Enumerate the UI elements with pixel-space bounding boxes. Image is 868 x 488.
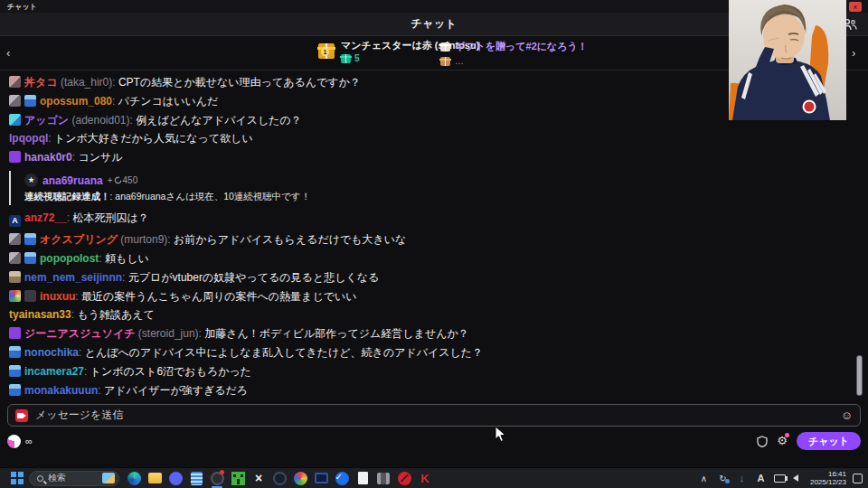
message-input[interactable]: メッセージを送信 ☺	[7, 404, 861, 427]
chat-username[interactable]: opossum_080	[40, 95, 112, 108]
watch-streak-card: ★ ana69ruana + 450 連続視聴記録達成！: ana69ruana…	[9, 171, 846, 205]
chat-username[interactable]: ジーニアスジュソイチ	[24, 327, 136, 340]
webcam-overlay	[729, 0, 846, 120]
emote-icon[interactable]: ☺	[841, 409, 853, 422]
window-title: チャット	[7, 2, 37, 12]
taskbar-search[interactable]: 検索	[29, 471, 119, 486]
pix-badge-icon[interactable]	[9, 290, 21, 302]
chat-message-list[interactable]: 丼タコ (taka_hir0): CPTの結果とか載せない理由ってあるんですか？…	[0, 74, 855, 401]
purple-badge-icon[interactable]	[9, 327, 21, 339]
chat-username[interactable]: incamera27	[24, 365, 84, 378]
chat-colon: :	[48, 133, 54, 145]
chat-text: 元プロがvtuberの奴隷やってるの見ると悲しくなる	[128, 271, 380, 284]
blue-badge-icon[interactable]	[24, 95, 36, 107]
xapp-icon[interactable]: ×	[251, 471, 266, 485]
chat-username[interactable]: nonochika	[24, 346, 79, 359]
a-badge-icon[interactable]: A	[9, 215, 21, 227]
noentry-icon[interactable]	[397, 471, 411, 485]
docapp-icon[interactable]	[355, 471, 370, 485]
taskbar-clock[interactable]: 16:41 2025/12/23	[805, 470, 846, 486]
creeper-icon[interactable]	[231, 471, 245, 485]
grayapp-icon[interactable]	[376, 471, 391, 485]
chat-username[interactable]: anz72__	[24, 212, 67, 224]
steam-icon[interactable]	[272, 471, 287, 485]
search-icon	[37, 475, 43, 482]
chat-username[interactable]: アッゴン	[24, 114, 69, 127]
notepad-icon[interactable]	[189, 471, 203, 485]
sub-badge-icon[interactable]	[9, 233, 21, 245]
discord-icon[interactable]	[168, 471, 183, 485]
search-label: 検索	[48, 472, 98, 484]
badge-list	[9, 346, 24, 359]
refresh-icon	[114, 176, 122, 184]
gift-cta-sub: …	[455, 56, 464, 66]
chat-username[interactable]: inuxuu	[40, 290, 75, 303]
chat-message: incamera27: トンボのスト6沼でおもろかった	[9, 365, 846, 378]
chat-username[interactable]: popopolost	[40, 252, 99, 265]
screen: チャット x チャット ‹ 1 マンチェスターは赤 (s4ntosu) 5	[0, 0, 868, 488]
colorwheel-icon[interactable]	[293, 471, 307, 485]
badge-list	[9, 327, 24, 340]
chat-colon: :	[122, 271, 128, 284]
kapp-icon[interactable]: K	[418, 471, 432, 485]
blue-badge-icon[interactable]	[9, 384, 21, 396]
chat-username[interactable]: monakakuuun	[24, 384, 98, 397]
tan-badge-icon[interactable]	[9, 271, 21, 283]
badge-list: A	[9, 212, 24, 224]
messages-before: 丼タコ (taka_hir0): CPTの結果とか載せない理由ってあるんですか？…	[9, 76, 846, 164]
badge-list	[9, 271, 24, 284]
chat-text: トンボ大好きだから人気になって欲しい	[54, 133, 253, 145]
chat-username[interactable]: 丼タコ	[24, 76, 58, 89]
chat-text: 例えばどんなアドバイスしたの？	[136, 114, 302, 127]
blue-badge-icon[interactable]	[9, 346, 21, 358]
shield-icon[interactable]	[757, 436, 768, 447]
sub-badge-icon[interactable]	[9, 95, 21, 107]
tray-date: 2025/12/23	[805, 478, 846, 486]
chat-message: アッゴン (adenoid01): 例えばどんなアドバイスしたの？	[9, 114, 846, 127]
chat-username[interactable]: nem_nem_seijinnn	[24, 271, 122, 284]
stream-icon[interactable]	[210, 471, 224, 485]
speaker-icon[interactable]	[793, 474, 798, 482]
blue-badge-icon[interactable]	[24, 233, 36, 245]
chat-message: nonochika: とんぼへのアドバイス中によしなま乱入してきたけど、続きのア…	[9, 346, 846, 359]
blue-badge-icon[interactable]	[9, 365, 21, 377]
chat-colon: :	[167, 233, 174, 246]
chat-username[interactable]: オクスプリング	[40, 233, 118, 246]
gift-icon: 1	[318, 43, 335, 59]
checkapp-icon[interactable]: ✓	[335, 471, 349, 485]
notification-center-icon[interactable]	[853, 474, 863, 483]
chat-send-button[interactable]: チャット	[797, 432, 861, 450]
gear-icon[interactable]: ⚙	[777, 435, 788, 447]
channel-points-button[interactable]: ∞	[7, 435, 33, 448]
chat-username[interactable]: tyainasan33	[9, 309, 71, 321]
start-button-icon[interactable]	[11, 472, 24, 484]
ime-icon[interactable]: A	[755, 472, 767, 484]
gem-badge-icon[interactable]	[9, 114, 21, 126]
chat-message: hanak0r0: コンサル	[9, 151, 846, 164]
chat-scrollbar[interactable]	[856, 355, 863, 396]
dark-badge-icon[interactable]	[24, 290, 36, 302]
monitorapp-icon[interactable]	[314, 471, 328, 485]
pixpink-badge-icon[interactable]	[9, 76, 21, 88]
explorer-icon[interactable]	[147, 471, 162, 485]
tray-time: 16:41	[805, 470, 846, 478]
sub-badge-icon[interactable]	[9, 252, 21, 264]
chat-message: inuxuu: 最近の案件うんこちゃん周りの案件への熱量まじでいい	[9, 290, 846, 303]
streak-username[interactable]: ana69ruana	[42, 174, 103, 187]
badge-list	[9, 151, 24, 164]
chevron-left-icon[interactable]: ‹	[6, 46, 10, 61]
chat-username[interactable]: lpqopql	[9, 133, 48, 145]
sync-icon[interactable]: ↻	[717, 472, 729, 484]
channel-badge-icon[interactable]	[15, 409, 28, 422]
chat-username[interactable]: hanak0r0	[24, 151, 72, 164]
chat-text: コンサル	[78, 151, 122, 164]
edge-icon[interactable]	[127, 471, 141, 485]
tray-chevron-icon[interactable]: ∧	[698, 472, 710, 484]
gift-cta[interactable]: ギフトを贈って#2になろう！ …	[440, 40, 588, 66]
purple-badge-icon[interactable]	[9, 151, 21, 163]
blue-badge-icon[interactable]	[24, 252, 36, 264]
download-icon[interactable]: ↓	[736, 472, 748, 484]
close-icon[interactable]: x	[849, 2, 862, 12]
chevron-right-icon[interactable]: ›	[852, 46, 855, 61]
gift-cta-sub-icon	[440, 57, 450, 66]
